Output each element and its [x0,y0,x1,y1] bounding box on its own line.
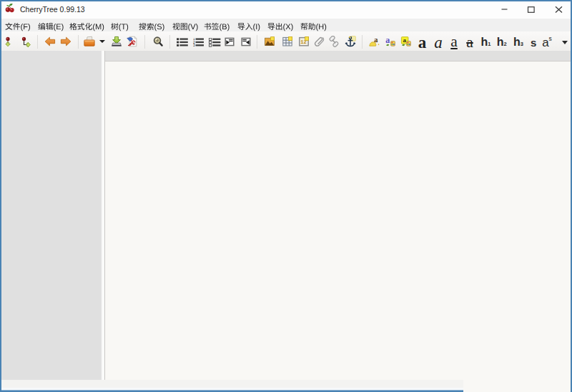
svg-text:3: 3 [193,44,195,47]
svg-text:a: a [403,36,406,44]
svg-text:a: a [385,36,390,45]
